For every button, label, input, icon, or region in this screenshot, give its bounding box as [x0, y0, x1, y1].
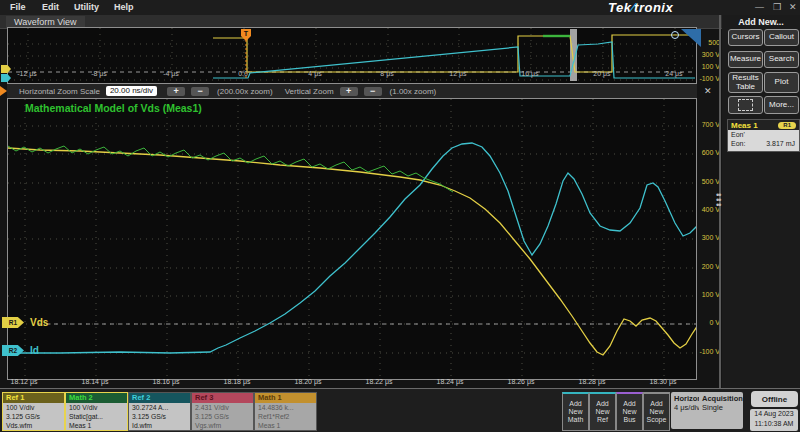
minimize-icon[interactable]: —: [755, 2, 764, 12]
x-tick-label: 18.20 μs: [290, 378, 326, 385]
badge-ref3-title: Ref 3: [192, 393, 253, 403]
meas1-header[interactable]: Meas 1 R1: [728, 120, 799, 130]
oscilloscope-app: File Edit Utility Help Tek∕tronix — ❒ ✕ …: [0, 0, 800, 432]
badge-ref2[interactable]: Ref 2 30.2724 A...3.125 GS/sId.wfm: [128, 392, 191, 431]
datetime-display: 14 Aug 202311:10:38 AM: [750, 409, 798, 431]
badge-ref1-details: 100 V/div3.125 GS/sVds.wfm: [3, 403, 64, 430]
x-tick-label: 18.16 μs: [148, 378, 184, 385]
badge-ref2-details: 30.2724 A...3.125 GS/sId.wfm: [129, 403, 190, 430]
id-trace-label: Id: [30, 345, 39, 356]
vertical-zoom-label: Vertical Zoom: [285, 87, 334, 96]
restore-icon[interactable]: ❒: [773, 2, 781, 12]
add-new-header: Add New...: [722, 17, 800, 27]
h-zoom-plus-button[interactable]: +: [167, 87, 185, 96]
menu-edit[interactable]: Edit: [42, 2, 59, 12]
x-tick-label: 18.12 μs: [6, 378, 42, 385]
y-tick-label: 200 V: [694, 263, 720, 270]
results-table-button[interactable]: Results Table: [728, 72, 763, 93]
offline-status-button[interactable]: Offline: [751, 391, 798, 407]
y-tick-label: 500 V: [694, 178, 720, 185]
plot-title: Mathematical Model of Vds (Meas1): [25, 102, 202, 114]
callout-button[interactable]: Callout: [764, 29, 799, 46]
x-tick-label: 18.24 μs: [432, 378, 468, 385]
x-tick-label: 18.26 μs: [503, 378, 539, 385]
badge-ref3-details: 2.431 V/div3.125 GS/sVgs.wfm: [192, 403, 253, 430]
badge-ref2-title: Ref 2: [129, 393, 190, 403]
main-waveform-plot[interactable]: [7, 98, 697, 380]
y-tick-label: -100 V: [694, 75, 720, 82]
meas1-results-panel[interactable]: Meas 1 R1 Eon' Eon: 3.817 mJ: [727, 119, 800, 152]
badge-math1-title: Math 1: [255, 393, 316, 403]
tektronix-logo: Tek∕tronix: [608, 0, 673, 15]
date-label: 14 Aug 2023: [754, 410, 793, 417]
bottom-control-bar: Ref 1 100 V/div3.125 GS/sVds.wfm Math 2 …: [0, 388, 800, 432]
v-zoom-plus-button[interactable]: +: [340, 87, 358, 96]
y-tick-label: 300 V: [694, 234, 720, 241]
menu-help[interactable]: Help: [114, 2, 134, 12]
menu-file[interactable]: File: [10, 2, 26, 12]
overview-zoom-indicator-icon[interactable]: [681, 29, 701, 47]
more-button[interactable]: More...: [764, 96, 799, 114]
add-new-ref-button[interactable]: Add New Ref: [589, 392, 616, 431]
horizontal-zoom-scale-input[interactable]: 20.00 ns/div: [106, 86, 157, 96]
h-zoom-minus-button[interactable]: −: [191, 87, 209, 96]
h-zoom-factor-label: (200.00x zoom): [217, 87, 273, 96]
draw-a-box-button[interactable]: [728, 96, 763, 114]
search-button[interactable]: Search: [764, 51, 799, 68]
y-tick-label: 300 V: [694, 51, 720, 58]
y-tick-label: 0 V: [694, 319, 720, 326]
acquisition-title: Acquisition: [699, 392, 743, 403]
v-zoom-minus-button[interactable]: −: [364, 87, 382, 96]
meas1-source-tag: R1: [778, 122, 796, 129]
horizontal-zoom-scale-label: Horizontal Zoom Scale: [19, 87, 100, 96]
badge-math2-title: Math 2: [66, 393, 127, 403]
menu-utility[interactable]: Utility: [74, 2, 99, 12]
y-tick-label: -100 V: [694, 348, 720, 355]
meas1-name: Eon': [731, 131, 745, 138]
y-tick-label: 100 V: [694, 291, 720, 298]
acquisition-mode-value: Single: [699, 403, 743, 412]
x-tick-label: 18.28 μs: [574, 378, 610, 385]
add-new-bus-button[interactable]: Add New Bus: [616, 392, 643, 431]
draw-a-box-icon: [738, 99, 753, 111]
time-label: 11:10:38 AM: [755, 420, 794, 427]
meas1-value: 3.817 mJ: [766, 140, 795, 147]
badge-math2[interactable]: Math 2 100 V/divStatic[gat...Meas 1: [65, 392, 128, 431]
sidebar: [722, 15, 800, 388]
badge-math2-details: 100 V/divStatic[gat...Meas 1: [66, 403, 127, 430]
title-bar: File Edit Utility Help Tek∕tronix — ❒ ✕: [0, 0, 800, 15]
overview-zoom-lens-icon: [671, 31, 679, 39]
badge-ref1-title: Ref 1: [3, 393, 64, 403]
x-tick-label: 18.14 μs: [77, 378, 113, 385]
y-tick-label: 700 V: [694, 121, 720, 128]
x-tick-label: 18.18 μs: [219, 378, 255, 385]
zoom-close-icon[interactable]: ✕: [704, 86, 712, 96]
cursors-button[interactable]: Cursors: [728, 29, 763, 46]
x-tick-label: 18.22 μs: [361, 378, 397, 385]
badge-math1-details: 14.4836 k...Ref1*Ref2Meas 1: [255, 403, 316, 430]
badge-math1[interactable]: Math 1 14.4836 k...Ref1*Ref2Meas 1: [254, 392, 317, 431]
math-model-trace: [8, 146, 453, 192]
x-tick-label: 18.30 μs: [645, 378, 681, 385]
zoom-controls-bar: Horizontal Zoom Scale 20.00 ns/div + − (…: [7, 84, 697, 98]
overview-svg[interactable]: T: [8, 28, 696, 82]
y-tick-label: 100 V: [694, 63, 720, 70]
overview-waveform-strip[interactable]: T: [7, 27, 697, 84]
plot-button[interactable]: Plot: [764, 72, 799, 93]
meas1-value-label: Eon:: [731, 140, 745, 147]
main-y-axis: 700 V600 V500 V400 V300 V200 V100 V0 V-1…: [694, 98, 721, 378]
badge-ref1[interactable]: Ref 1 100 V/div3.125 GS/sVds.wfm: [2, 392, 65, 431]
trigger-position-icon: [0, 86, 7, 96]
badge-ref3[interactable]: Ref 3 2.431 V/div3.125 GS/sVgs.wfm: [191, 392, 254, 431]
add-new-math-button[interactable]: Add New Math: [562, 392, 589, 431]
meas1-body: Eon' Eon: 3.817 mJ: [728, 130, 799, 151]
main-plot-svg[interactable]: [8, 99, 696, 378]
main-x-axis: 18.12 μs18.14 μs18.16 μs18.18 μs18.20 μs…: [7, 378, 695, 388]
svg-text:T: T: [244, 30, 249, 37]
measure-button[interactable]: Measure: [728, 51, 763, 68]
acquisition-settings-panel[interactable]: Acquisition Single: [699, 392, 743, 429]
splitter-handle-icon[interactable]: ••••••: [716, 193, 724, 215]
add-new-scope-button[interactable]: Add New Scope: [643, 392, 670, 431]
close-icon[interactable]: ✕: [789, 2, 797, 12]
vds-trace-label: Vds: [30, 317, 48, 328]
